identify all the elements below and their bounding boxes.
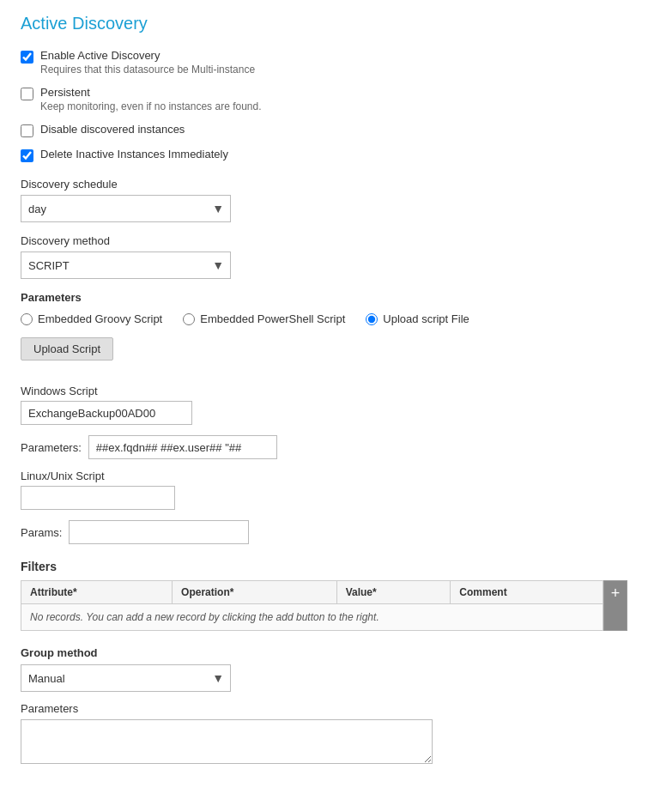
- persistent-label: Persistent: [40, 86, 262, 99]
- discovery-schedule-label: Discovery schedule: [21, 178, 627, 191]
- filters-empty-message: No records. You can add a new record by …: [21, 604, 603, 631]
- filters-title: Filters: [21, 560, 627, 573]
- radio-embedded-groovy[interactable]: Embedded Groovy Script: [21, 312, 162, 325]
- group-method-params-group: Parameters: [21, 702, 627, 767]
- linux-params-row: Params:: [21, 520, 627, 544]
- radio-upload-script-file-label: Upload script File: [383, 312, 469, 325]
- filters-table: Attribute* Operation* Value* Comment No …: [21, 580, 603, 631]
- linux-params-input[interactable]: [69, 520, 249, 544]
- persistent-sublabel: Keep monitoring, even if no instances ar…: [40, 100, 262, 112]
- discovery-method-group: Discovery method SCRIPT WMI SNMP ▼: [21, 234, 627, 279]
- radio-embedded-groovy-label: Embedded Groovy Script: [38, 312, 162, 325]
- add-filter-cell: +: [603, 580, 627, 631]
- page-title: Active Discovery: [21, 14, 627, 33]
- windows-params-row: Parameters:: [21, 435, 627, 459]
- group-method-section: Group method Manual Auto None ▼ Paramete…: [21, 646, 627, 767]
- upload-script-button[interactable]: Upload Script: [21, 337, 113, 361]
- linux-script-section: Linux/Unix Script Params:: [21, 470, 627, 544]
- radio-upload-script-file-input[interactable]: [366, 313, 378, 325]
- linux-script-label: Linux/Unix Script: [21, 470, 627, 482]
- filters-table-container: Attribute* Operation* Value* Comment No …: [21, 580, 627, 631]
- radio-embedded-powershell[interactable]: Embedded PowerShell Script: [183, 312, 345, 325]
- linux-script-group: Linux/Unix Script: [21, 470, 627, 510]
- linux-script-input[interactable]: [21, 486, 175, 510]
- group-method-wrapper: Manual Auto None ▼: [21, 664, 231, 692]
- discovery-method-select[interactable]: SCRIPT WMI SNMP: [21, 251, 231, 279]
- col-comment: Comment: [451, 581, 603, 604]
- delete-inactive-label: Delete Inactive Instances Immediately: [40, 148, 228, 161]
- enable-active-discovery-sublabel: Requires that this datasource be Multi-i…: [40, 64, 255, 76]
- col-value: Value*: [336, 581, 451, 604]
- windows-script-group: Windows Script: [21, 385, 627, 425]
- linux-params-label: Params:: [21, 526, 62, 539]
- discovery-method-wrapper: SCRIPT WMI SNMP ▼: [21, 251, 231, 279]
- col-attribute: Attribute*: [21, 581, 173, 604]
- discovery-schedule-group: Discovery schedule day hour week manual …: [21, 178, 627, 222]
- windows-params-input[interactable]: [88, 435, 277, 459]
- disable-discovered-checkbox[interactable]: [21, 124, 33, 137]
- group-method-title: Group method: [21, 646, 627, 659]
- parameters-section: Parameters Embedded Groovy Script Embedd…: [21, 291, 627, 544]
- parameters-section-label: Parameters: [21, 291, 627, 304]
- enable-active-discovery-row: Enable Active Discovery Requires that th…: [21, 49, 627, 76]
- windows-script-input[interactable]: [21, 401, 192, 425]
- enable-active-discovery-label: Enable Active Discovery: [40, 49, 255, 62]
- filters-empty-hint: You can add a new record by clicking the…: [86, 611, 379, 623]
- filters-table-wrapper: Attribute* Operation* Value* Comment No …: [21, 580, 603, 631]
- add-filter-button[interactable]: +: [611, 585, 621, 601]
- radio-embedded-powershell-label: Embedded PowerShell Script: [200, 312, 345, 325]
- discovery-schedule-wrapper: day hour week manual ▼: [21, 195, 231, 222]
- persistent-row: Persistent Keep monitoring, even if no i…: [21, 86, 627, 112]
- discovery-method-label: Discovery method: [21, 234, 627, 247]
- persistent-checkbox[interactable]: [21, 88, 33, 100]
- enable-active-discovery-checkbox[interactable]: [21, 51, 33, 64]
- delete-inactive-checkbox[interactable]: [21, 149, 33, 162]
- group-method-params-textarea[interactable]: [21, 719, 433, 764]
- group-method-select[interactable]: Manual Auto None: [21, 664, 231, 692]
- radio-upload-script-file[interactable]: Upload script File: [366, 312, 469, 325]
- filters-empty-row: No records. You can add a new record by …: [21, 604, 603, 631]
- disable-discovered-row: Disable discovered instances: [21, 123, 627, 137]
- filters-section: Filters Attribute* Operation* Value* Com…: [21, 560, 627, 631]
- discovery-schedule-select[interactable]: day hour week manual: [21, 195, 231, 222]
- parameters-radio-group: Embedded Groovy Script Embedded PowerShe…: [21, 312, 627, 325]
- radio-embedded-powershell-input[interactable]: [183, 313, 195, 325]
- disable-discovered-label: Disable discovered instances: [40, 123, 185, 136]
- radio-embedded-groovy-input[interactable]: [21, 313, 33, 325]
- delete-inactive-row: Delete Inactive Instances Immediately: [21, 148, 627, 162]
- group-method-params-label: Parameters: [21, 702, 627, 715]
- windows-script-label: Windows Script: [21, 385, 627, 397]
- col-operation: Operation*: [173, 581, 337, 604]
- windows-params-label: Parameters:: [21, 441, 82, 454]
